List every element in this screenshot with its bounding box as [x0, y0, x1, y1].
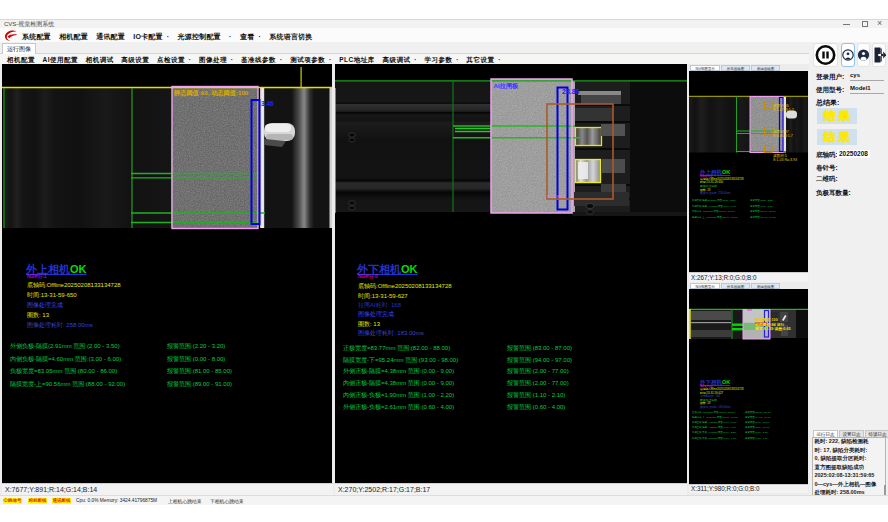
svg-text:动态阈值:84 放行: 动态阈值:84 放行 — [754, 321, 785, 326]
svg-text:S:1.03 Ra:3.93: S:1.03 Ra:3.93 — [773, 158, 797, 162]
svg-text:膜宽:82.39 误差:0.65: 膜宽:82.39 误差:0.65 — [754, 326, 791, 331]
svg-text:3.46: 3.46 — [261, 100, 274, 107]
svg-text:S:3.05 S:1.7: S:3.05 S:1.7 — [773, 134, 793, 138]
svg-text:AI拉闸极: AI拉闸极 — [494, 82, 520, 90]
svg-text:NL 9.98.9: NL 9.98.9 — [547, 194, 565, 199]
svg-text:S:1.47 W:1.7: S:1.47 W:1.7 — [773, 108, 794, 112]
svg-text:静态阈值:100: 静态阈值:100 — [754, 317, 778, 322]
svg-text:静态阈值:93, 动态阈值:100: 静态阈值:93, 动态阈值:100 — [173, 89, 249, 97]
svg-text:28.86: 28.86 — [562, 88, 580, 95]
